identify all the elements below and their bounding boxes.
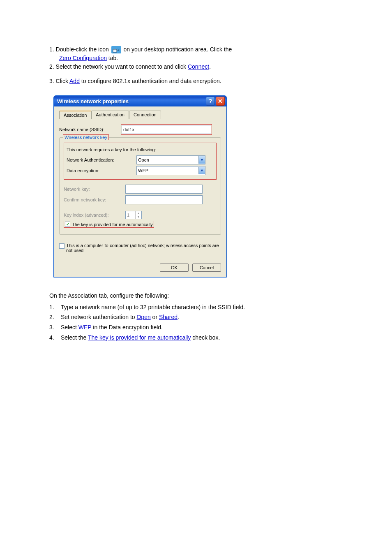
tab-association[interactable]: Association [59, 111, 91, 119]
wireless-key-group: Wireless network key This network requir… [59, 137, 221, 235]
open-link[interactable]: Open [136, 314, 150, 320]
ok-button[interactable]: OK [160, 264, 189, 272]
adhoc-row[interactable]: This is a computer-to-computer (ad hoc) … [59, 243, 221, 253]
period: . [178, 314, 179, 320]
ssid-label: Network name (SSID): [59, 127, 121, 132]
instruction-line-1: 1. Double-click the icon on your desktop… [49, 45, 343, 54]
text: on your desktop notification area. Click… [124, 46, 232, 53]
spinner-down-icon: ▼ [136, 215, 141, 219]
svg-rect-0 [113, 49, 117, 52]
key-index-spinner: 1 ▲▼ [125, 211, 142, 219]
close-button[interactable]: ✕ [216, 97, 225, 106]
post-item-2: 2. Set network authentication to Open or… [49, 313, 343, 322]
tab-connection[interactable]: Connection [129, 111, 161, 119]
titlebar[interactable]: Wireless network properties ? ✕ [54, 96, 226, 106]
text: 1. Double-click the icon [49, 46, 109, 53]
adhoc-label: This is a computer-to-computer (ad hoc) … [66, 243, 221, 253]
post-item-4: 4. Select the The key is provided for me… [49, 333, 343, 342]
chevron-down-icon: ▼ [198, 167, 205, 174]
wireless-properties-dialog: Wireless network properties ? ✕ Associat… [53, 95, 227, 278]
post-item-3: 3. Select WEP in the Data encryption fie… [49, 323, 343, 332]
net-auth-value: Open [138, 157, 198, 162]
data-enc-select[interactable]: WEP ▼ [136, 166, 205, 175]
text: 2. Select the network you want to connec… [49, 63, 188, 70]
data-enc-label: Data encryption: [67, 168, 136, 173]
key-required-text: This network requires a key for the foll… [67, 147, 214, 152]
instruction-line-1b: Zero Configuration tab. [59, 54, 343, 62]
num: 2. [49, 313, 61, 322]
text: check box. [191, 334, 220, 341]
zero-config-link[interactable]: Zero Configuration [59, 55, 107, 61]
confirm-key-input [125, 195, 203, 204]
text: or [151, 314, 159, 320]
group-legend: Wireless network key [63, 134, 109, 140]
tab-strip: Association Authentication Connection [59, 111, 221, 119]
text: in the Data encryption field. [91, 324, 163, 331]
add-link[interactable]: Add [69, 78, 80, 84]
text: Select the [61, 334, 88, 341]
text: 3. Click [49, 78, 69, 84]
shared-link[interactable]: Shared [159, 314, 178, 320]
dialog-title: Wireless network properties [57, 98, 205, 104]
tab-authentication[interactable]: Authentication [91, 111, 129, 119]
wireless-tray-icon [111, 46, 121, 53]
confirm-key-label: Confirm network key: [64, 197, 125, 202]
auto-key-checkbox[interactable]: ✓ [65, 222, 70, 227]
instruction-line-2: 2. Select the network you want to connec… [49, 62, 343, 71]
spinner-up-icon: ▲ [136, 211, 141, 215]
adhoc-checkbox[interactable] [59, 243, 65, 249]
num: 4. [49, 333, 61, 342]
chevron-down-icon: ▼ [198, 156, 205, 164]
text: Type a network name (of up to 32 printab… [61, 303, 343, 312]
instruction-line-3: 3. Click Add to configure 802.1x authent… [49, 77, 343, 86]
network-key-input [125, 185, 203, 194]
data-enc-value: WEP [138, 168, 198, 173]
text: Select [61, 324, 78, 331]
text: tab. [107, 55, 118, 61]
connect-link[interactable]: Connect [188, 63, 209, 70]
text: . [209, 63, 211, 70]
key-index-label: Key index (advanced): [64, 213, 125, 217]
num: 3. [49, 323, 61, 332]
auto-key-sentence-link[interactable]: The key is provided for me automatically [88, 334, 191, 341]
num: 1. [49, 303, 61, 312]
ssid-input[interactable] [122, 125, 211, 134]
network-key-label: Network key: [64, 187, 125, 192]
post-item-1: 1. Type a network name (of up to 32 prin… [49, 303, 343, 312]
net-auth-label: Network Authentication: [67, 157, 136, 162]
post-intro: On the Association tab, configure the fo… [49, 291, 343, 301]
text: to configure 802.1x authentication and d… [80, 78, 221, 84]
wep-link[interactable]: WEP [78, 324, 92, 331]
auto-key-row[interactable]: ✓ The key is provided for me automatical… [64, 221, 154, 228]
net-auth-select[interactable]: Open ▼ [136, 155, 205, 164]
text: Set network authentication to [61, 314, 136, 320]
key-index-value: 1 [126, 213, 135, 217]
dialog-button-row: OK Cancel [59, 260, 221, 272]
cancel-button[interactable]: Cancel [192, 264, 221, 272]
ssid-row: Network name (SSID): [59, 124, 221, 135]
help-button[interactable]: ? [206, 97, 215, 106]
auto-key-label: The key is provided for me automatically [72, 222, 153, 227]
